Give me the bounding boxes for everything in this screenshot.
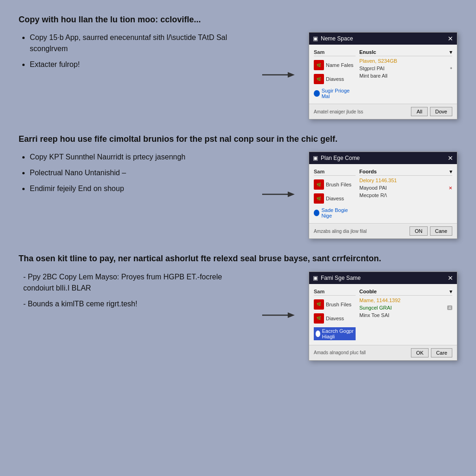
dialog-1-title-left: ▣ Neme Space bbox=[313, 35, 353, 42]
right-item-8[interactable]: Sungcel GRAI 4 bbox=[359, 305, 452, 311]
section-3-bullets: Ppy 2BC Copy Lem Mayso: Proyes frum HGPB… bbox=[19, 271, 248, 314]
list-item: Bounds a kimlTB ceme rigrt.tesh! bbox=[23, 298, 248, 310]
section-1: Copy with hou llan the lu tion moo: cclo… bbox=[19, 14, 457, 119]
dialog-2-footer: Amzabs aling dia jlow filal ON Cane bbox=[309, 223, 457, 238]
link-icon-3 bbox=[316, 331, 320, 337]
dialog-1-titlebar: ▣ Neme Space ✕ bbox=[309, 33, 457, 45]
right-item-2[interactable]: Stgprcl PAI + bbox=[359, 66, 452, 71]
dialog-2-btn1[interactable]: ON bbox=[410, 226, 428, 236]
single-link-label-3: Eacrch Gogpr Hiagli bbox=[322, 328, 354, 339]
item-label-4: Diavess bbox=[326, 196, 344, 201]
footer-text-1: Amatel enaiger jlude lss bbox=[314, 109, 409, 114]
list-item: Endimir fejeily End on shoup bbox=[30, 183, 248, 194]
link-icon-2 bbox=[314, 210, 319, 216]
close-small-icon[interactable]: ✕ bbox=[449, 185, 452, 191]
item-label-3: Brush Files bbox=[326, 182, 351, 187]
window-icon-3: ▣ bbox=[313, 275, 318, 281]
col-item-6[interactable]: 🌿 Diavess bbox=[314, 313, 356, 324]
right-item-5[interactable]: Mayood PAI ✕ bbox=[359, 185, 452, 191]
col-left-header-3: Sam bbox=[314, 289, 356, 296]
right-item-4[interactable]: Delory 1146.351 bbox=[359, 178, 452, 183]
col-right-header-3: Cooble ▾ bbox=[359, 289, 452, 296]
list-item: Polectrual Nano Untanishid – bbox=[30, 167, 248, 178]
list-item: Copy 15·b App, saurred enecenuntaf sith … bbox=[30, 32, 248, 54]
close-icon-2[interactable]: ✕ bbox=[448, 154, 453, 162]
dialog-2: ▣ Plan Ege Come ✕ Sam 🌿 Brush Files 🌿 bbox=[309, 152, 457, 239]
single-link-label-2: Sade Bogie Nige bbox=[321, 207, 356, 218]
window-icon-2: ▣ bbox=[313, 155, 318, 161]
dialog-3-columns: Sam 🌿 Brush Files 🌿 Diavess Eacrch Gogpr… bbox=[314, 289, 452, 340]
item-icon-2: 🌿 bbox=[314, 74, 324, 84]
dialog-1: ▣ Neme Space ✕ Sam 🌿 Name Fales 🌿 bbox=[309, 32, 457, 119]
dialog-2-col-left: Sam 🌿 Brush Files 🌿 Diavess Sade Bogie N… bbox=[314, 169, 356, 218]
item-label-2: Diavess bbox=[326, 76, 344, 82]
section-3-body: Ppy 2BC Copy Lem Mayso: Proyes frum HGPB… bbox=[19, 271, 457, 361]
dropdown-icon-2[interactable]: ▾ bbox=[450, 169, 452, 175]
section-3-heading: Tha osen kit tline to pay, ner nartical … bbox=[19, 253, 457, 264]
dropdown-icon-3[interactable]: ▾ bbox=[450, 289, 452, 295]
item-icon-6: 🌿 bbox=[314, 313, 324, 324]
footer-text-2: Amzabs aling dia jlow filal bbox=[314, 229, 407, 234]
dialog-1-body: Sam 🌿 Name Fales 🌿 Diavess Sugir Prioge … bbox=[309, 45, 457, 104]
right-item-7[interactable]: Mame, 1144.1392 bbox=[359, 298, 452, 303]
dialog-3-btn2[interactable]: Care bbox=[431, 348, 452, 357]
dialog-1-columns: Sam 🌿 Name Fales 🌿 Diavess Sugir Prioge … bbox=[314, 49, 452, 99]
dialog-2-btn2[interactable]: Cane bbox=[430, 226, 452, 236]
item-icon-3: 🌿 bbox=[314, 179, 324, 190]
dialog-2-title: Plan Ege Come bbox=[321, 155, 360, 161]
item-icon-1: 🌿 bbox=[314, 60, 324, 70]
item-label-5: Brush Files bbox=[326, 302, 351, 307]
single-link-2[interactable]: Sade Bogie Nige bbox=[314, 207, 356, 218]
dialog-1-btn1[interactable]: All bbox=[411, 107, 428, 116]
dialog-1-title: Neme Space bbox=[321, 35, 353, 42]
col-item-4[interactable]: 🌿 Diavess bbox=[314, 193, 356, 204]
badge-1: 4 bbox=[447, 305, 452, 310]
single-link-1[interactable]: Sugir Prioge Mal bbox=[314, 88, 356, 99]
col-item-2[interactable]: 🌿 Diavess bbox=[314, 74, 356, 84]
link-icon-1 bbox=[314, 90, 320, 97]
list-item: Copy KPT Sunnthel Naurridt is prtecy jas… bbox=[30, 152, 248, 163]
col-left-header: Sam bbox=[314, 49, 356, 56]
section-1-body: Copy 15·b App, saurred enecenuntaf sith … bbox=[19, 32, 457, 119]
svg-marker-5 bbox=[288, 312, 295, 318]
single-link-3[interactable]: Eacrch Gogpr Hiagli bbox=[314, 327, 356, 340]
close-icon[interactable]: ✕ bbox=[448, 35, 453, 42]
list-item: Extacter fulrop! bbox=[30, 59, 248, 70]
section-2: Earri reep hou use fife cimoltal brunios… bbox=[19, 133, 457, 239]
arrow-1 bbox=[262, 69, 295, 82]
dialog-1-btn2[interactable]: Dove bbox=[430, 107, 452, 116]
arrow-2 bbox=[262, 189, 295, 202]
right-item-1[interactable]: Plaven, S234GB bbox=[359, 58, 452, 64]
dialog-2-columns: Sam 🌿 Brush Files 🌿 Diavess Sade Bogie N… bbox=[314, 169, 452, 218]
dialog-1-footer: Amatel enaiger jlude lss All Dove bbox=[309, 104, 457, 119]
dialog-2-body: Sam 🌿 Brush Files 🌿 Diavess Sade Bogie N… bbox=[309, 164, 457, 223]
dialog-3-col-left: Sam 🌿 Brush Files 🌿 Diavess Eacrch Gogpr… bbox=[314, 289, 356, 340]
svg-marker-3 bbox=[288, 192, 295, 197]
dialog-3-col-right: Cooble ▾ Mame, 1144.1392 Sungcel GRAI 4 … bbox=[359, 289, 452, 340]
dialog-3-title: Fami Sge Same bbox=[321, 275, 361, 281]
dialog-2-col-right: Foords ▾ Delory 1146.351 Mayood PAI ✕ Me… bbox=[359, 169, 452, 218]
col-item-3[interactable]: 🌿 Brush Files bbox=[314, 179, 356, 190]
section-1-bullets: Copy 15·b App, saurred enecenuntaf sith … bbox=[19, 32, 248, 75]
dialog-3-btn1[interactable]: OK bbox=[411, 348, 429, 357]
close-icon-3[interactable]: ✕ bbox=[448, 274, 453, 282]
dropdown-icon-1[interactable]: ▾ bbox=[450, 49, 452, 55]
col-item-1[interactable]: 🌿 Name Fales bbox=[314, 60, 356, 70]
dialog-1-col-left: Sam 🌿 Name Fales 🌿 Diavess Sugir Prioge … bbox=[314, 49, 356, 99]
expand-icon-1[interactable]: + bbox=[450, 66, 452, 71]
dialog-3: ▣ Fami Sge Same ✕ Sam 🌿 Brush Files 🌿 bbox=[309, 271, 457, 361]
dialog-2-titlebar: ▣ Plan Ege Come ✕ bbox=[309, 152, 457, 164]
right-item-9[interactable]: Minx Toe SAI bbox=[359, 312, 452, 318]
item-icon-4: 🌿 bbox=[314, 193, 324, 204]
dialog-3-titlebar: ▣ Fami Sge Same ✕ bbox=[309, 272, 457, 284]
col-left-header-2: Sam bbox=[314, 169, 356, 176]
dialog-3-body: Sam 🌿 Brush Files 🌿 Diavess Eacrch Gogpr… bbox=[309, 284, 457, 345]
dialog-3-title-left: ▣ Fami Sge Same bbox=[313, 275, 361, 281]
col-item-5[interactable]: 🌿 Brush Files bbox=[314, 299, 356, 310]
single-link-label-1: Sugir Prioge Mal bbox=[322, 88, 356, 99]
item-icon-5: 🌿 bbox=[314, 299, 324, 310]
right-item-3[interactable]: Mint bare All bbox=[359, 73, 452, 79]
svg-marker-1 bbox=[288, 72, 295, 78]
dialog-1-col-right: Enuslc ▾ Plaven, S234GB Stgprcl PAI + Mi… bbox=[359, 49, 452, 99]
right-item-6[interactable]: Mecpote R/\ bbox=[359, 192, 452, 198]
